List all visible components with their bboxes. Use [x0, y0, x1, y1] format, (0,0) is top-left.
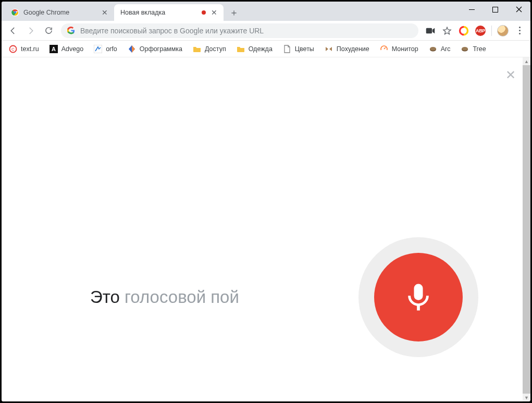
window-controls: [460, 2, 530, 17]
avatar-icon: [497, 25, 509, 36]
tree-icon: [461, 45, 469, 53]
textru-icon: C: [9, 45, 17, 53]
bookmark-label: orfo: [106, 45, 117, 53]
bookmark-monitor[interactable]: Монитор: [376, 43, 423, 55]
bookmark-label: Монитор: [392, 45, 418, 53]
google-g-icon: [67, 27, 75, 34]
scroll-down-icon[interactable]: ▼: [523, 394, 530, 401]
bookmark-pohudenie[interactable]: Похудение: [320, 43, 374, 55]
chrome-favicon-icon: [11, 8, 19, 17]
scrollbar[interactable]: ▲ ▼: [523, 57, 530, 401]
tab-chrome[interactable]: Google Chrome ✕: [5, 4, 114, 21]
bookmark-label: Цветы: [295, 45, 314, 53]
reload-button[interactable]: [40, 23, 57, 39]
svg-point-13: [462, 47, 468, 51]
recording-indicator-icon: [202, 10, 206, 15]
orfo-icon: [94, 45, 102, 53]
yandex-extension-icon[interactable]: [456, 23, 472, 39]
toolbar: Введите поисковый запрос в Google или ук…: [2, 21, 530, 41]
omnibox-placeholder: Введите поисковый запрос в Google или ук…: [80, 27, 264, 35]
svg-rect-3: [426, 28, 432, 33]
forward-button[interactable]: [22, 23, 39, 39]
bookmark-label: Advego: [61, 45, 83, 53]
bookmark-dostup[interactable]: Доступ: [189, 43, 230, 55]
bookmark-label: Tree: [473, 45, 486, 53]
svg-rect-9: [94, 45, 102, 53]
voice-mic-button[interactable]: [358, 237, 478, 357]
voice-close-button[interactable]: ✕: [505, 68, 516, 82]
camera-icon[interactable]: [423, 23, 438, 39]
omnibox[interactable]: Введите поисковый запрос в Google или ук…: [61, 23, 418, 38]
maximize-button[interactable]: [484, 2, 507, 17]
bookmark-label: Одежда: [249, 45, 273, 53]
microphone-icon: [401, 279, 436, 315]
scroll-up-icon[interactable]: ▲: [523, 57, 530, 65]
monitor-icon: [380, 45, 388, 53]
arc-icon: [429, 45, 437, 53]
bookmark-odezhda[interactable]: Одежда: [232, 43, 277, 55]
tab-close-icon[interactable]: ✕: [210, 8, 218, 17]
toolbar-separator: [491, 26, 492, 36]
tab-title: Новая вкладка: [120, 9, 197, 16]
folder-icon: [193, 45, 201, 53]
tab-newtab[interactable]: Новая вкладка ✕: [114, 4, 224, 21]
bookmark-orfogrammka[interactable]: Орфограммка: [123, 43, 187, 55]
bookmark-label: Похудение: [337, 45, 369, 53]
titlebar: Google Chrome ✕ Новая вкладка ✕ ＋: [2, 2, 530, 21]
bowtie-icon: [325, 45, 333, 53]
bookmark-tsvety[interactable]: Цветы: [279, 43, 318, 55]
folder-icon: [237, 45, 245, 53]
new-tab-button[interactable]: ＋: [227, 5, 241, 20]
voice-transcript-pending: голосовой пой: [120, 287, 239, 307]
svg-text:C: C: [11, 47, 15, 52]
bookmark-textru[interactable]: C text.ru: [5, 43, 43, 55]
voice-search-panel: Это голосовой пой: [2, 237, 530, 357]
bookmark-tree[interactable]: Tree: [456, 43, 490, 55]
back-button[interactable]: [5, 23, 21, 39]
kebab-menu-icon: [513, 27, 526, 34]
minimize-button[interactable]: [460, 2, 484, 17]
bookmark-label: text.ru: [21, 45, 39, 53]
bookmark-advego[interactable]: A Advego: [45, 43, 88, 55]
advego-icon: A: [50, 45, 58, 53]
profile-avatar[interactable]: [495, 23, 511, 39]
bookmark-label: Arc: [441, 45, 451, 53]
page-icon: [283, 45, 291, 53]
voice-transcript: Это голосовой пой: [90, 287, 358, 307]
svg-rect-2: [493, 7, 498, 12]
bookmarks-bar: C text.ru A Advego orfo Орфограммка Дост…: [2, 41, 530, 57]
tab-title: Google Chrome: [23, 9, 96, 16]
svg-text:A: A: [52, 46, 56, 52]
svg-rect-1: [469, 9, 475, 10]
tab-close-icon[interactable]: ✕: [101, 8, 109, 17]
chrome-menu-button[interactable]: [512, 23, 527, 39]
bookmark-arc[interactable]: Arc: [425, 43, 455, 55]
tab-strip: Google Chrome ✕ Новая вкладка ✕ ＋: [5, 2, 241, 21]
page-content: ✕ Это голосовой пой ▲ ▼: [2, 57, 530, 401]
svg-point-11: [430, 47, 436, 51]
bookmark-label: Доступ: [205, 45, 226, 53]
voice-transcript-confirmed: Это: [90, 287, 120, 307]
bookmark-orfo[interactable]: orfo: [90, 43, 121, 55]
close-window-button[interactable]: [507, 2, 530, 17]
star-bookmark-icon[interactable]: [439, 23, 455, 39]
abp-extension-icon[interactable]: ABP: [473, 23, 488, 39]
mic-inner-circle: [374, 253, 463, 341]
orfogrammka-icon: [128, 45, 136, 53]
browser-window: Google Chrome ✕ Новая вкладка ✕ ＋: [2, 2, 530, 401]
scrollbar-thumb[interactable]: [523, 65, 530, 394]
bookmark-label: Орфограммка: [140, 45, 182, 53]
